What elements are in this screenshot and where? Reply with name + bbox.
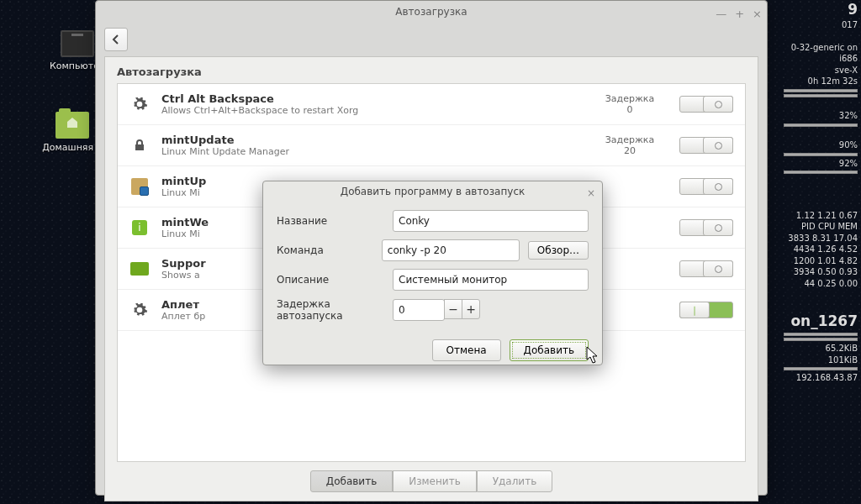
toggle-switch[interactable] [679,219,733,236]
dialog-title: Добавить программу в автозапуск [341,186,526,197]
back-button[interactable] [104,28,128,51]
cancel-button[interactable]: Отмена [432,339,501,361]
home-folder-icon [55,112,89,139]
window-titlebar[interactable]: Автозагрузка — + × [96,1,767,23]
name-label: Название [277,215,384,227]
nvidia-icon [129,259,150,279]
item-desc: Linux Mint Update Manager [161,146,580,157]
window-title: Автозагрузка [395,6,467,18]
maximize-button[interactable]: + [735,3,744,25]
delay-label: Задержка автозапуска [277,298,384,322]
add-button[interactable]: Добавить [310,470,393,492]
list-item[interactable]: Ctrl Alt Backspace Allows Ctrl+Alt+Backs… [118,84,745,125]
description-input[interactable] [393,269,589,291]
close-icon[interactable]: × [587,183,595,203]
toggle-switch[interactable] [679,302,733,318]
list-item[interactable]: mintUpdate Linux Mint Update Manager Зад… [118,125,745,166]
spinner-down-button[interactable]: − [444,299,462,319]
item-desc: Allows Ctrl+Alt+Backspace to restart Xor… [161,105,580,116]
delay-spinner[interactable]: − + [393,299,480,321]
conky-monitor: 9 017 0-32-generic on i686 sve-X 0h 12m … [770,0,861,504]
name-input[interactable] [393,210,589,232]
gear-icon [129,300,150,320]
command-label: Команда [277,244,373,256]
gear-icon [129,94,150,114]
remove-button[interactable]: Удалить [477,470,553,492]
item-name: mintUpdate [161,134,580,146]
info-icon: i [129,218,150,238]
dialog-titlebar[interactable]: Добавить программу в автозапуск × [263,181,602,202]
footer-toolbar: Добавить Изменить Удалить [105,462,758,501]
toggle-switch[interactable] [679,178,733,195]
computer-icon [61,30,94,57]
close-button[interactable]: × [753,3,762,25]
delay-value: 0 [592,104,668,115]
add-program-dialog: Добавить программу в автозапуск × Назван… [262,181,603,365]
command-input[interactable] [382,239,520,261]
toggle-switch[interactable] [679,96,733,113]
minimize-button[interactable]: — [716,3,726,25]
delay-label: Задержка [592,93,668,104]
toggle-switch[interactable] [679,137,733,154]
confirm-add-button[interactable]: Добавить [510,339,589,361]
delay-input[interactable] [393,299,445,321]
browse-button[interactable]: Обзор… [528,241,589,260]
description-label: Описание [277,274,384,286]
spinner-up-button[interactable]: + [462,299,480,319]
item-name: Ctrl Alt Backspace [161,92,580,105]
chevron-left-icon [111,34,121,45]
edit-button[interactable]: Изменить [393,470,477,492]
lock-icon [129,135,150,155]
package-icon [129,176,150,197]
delay-label: Задержка [592,134,668,145]
delay-value: 20 [592,145,668,156]
panel-title: Автозагрузка [105,57,758,83]
toggle-switch[interactable] [679,260,733,277]
